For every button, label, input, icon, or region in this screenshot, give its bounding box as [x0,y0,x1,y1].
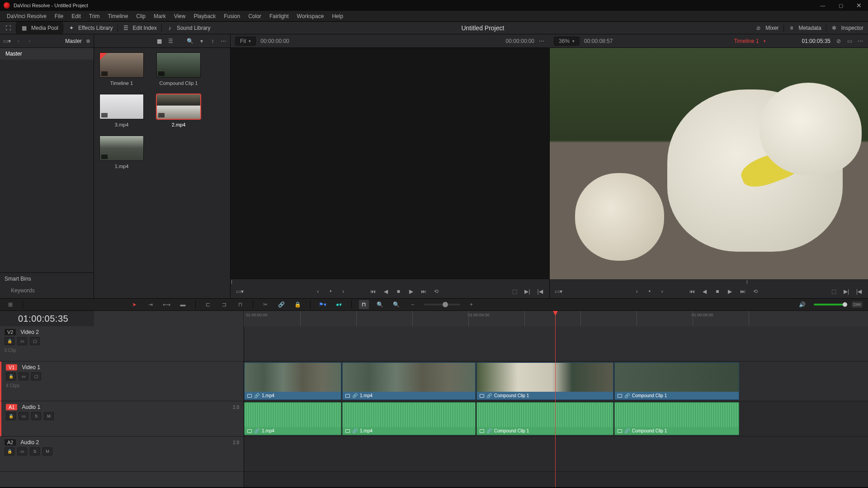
mute-toggle[interactable]: M [42,447,52,455]
menu-item[interactable]: Playback [189,13,220,19]
track-id[interactable]: A2 [5,439,16,446]
search-dropdown-icon[interactable]: ▾ [198,38,205,44]
bypass-fx-icon[interactable]: ⊘ [835,38,842,44]
disable-track-toggle[interactable]: ▢ [31,372,41,380]
tracks-area[interactable]: 🔗1.mp4 🔗1.mp4 🔗Compound Clip 1 🔗Compound… [244,326,868,487]
track-header-v1[interactable]: V1Video 1 🔒▭▢ 4 Clips [0,361,244,401]
stop-button[interactable]: ■ [713,287,722,296]
lock-toggle[interactable]: 🔒 [6,372,16,380]
disable-track-toggle[interactable]: ▢ [30,337,40,345]
fullscreen-toggle[interactable]: ⛶ [0,22,16,34]
inspector-toggle[interactable]: ✲Inspector [826,22,868,34]
track-lane-a2[interactable] [244,436,868,472]
prev-frame-button[interactable]: ◀ [381,287,390,296]
audio-clip[interactable]: 🔗1.mp4 [342,402,476,435]
volume-slider[interactable] [814,304,845,305]
overlay-mode-icon[interactable]: ⬚ [829,287,838,296]
lock-toggle[interactable]: 🔒 [6,412,16,420]
zoom-slider[interactable] [424,304,460,305]
loop-button[interactable]: ⟲ [751,287,760,296]
metadata-toggle[interactable]: ≡Metadata [784,22,826,34]
nav-back[interactable]: ‹ [15,38,22,44]
menu-item[interactable]: Mark [150,13,170,19]
menu-item[interactable]: Workspace [293,13,328,19]
bin-path[interactable]: Master [65,38,82,44]
play-button[interactable]: ▶ [406,287,415,296]
prev-frame-button[interactable]: ◀ [700,287,709,296]
jog-back-icon[interactable]: ‹ [313,287,322,296]
mute-toggle[interactable]: M [44,412,54,420]
clip-thumb[interactable] [156,52,201,78]
clip-thumb[interactable] [99,52,144,78]
clip-item[interactable]: 2.mp4 [156,94,201,127]
loop-button[interactable]: ⟲ [432,287,441,296]
stop-button[interactable]: ■ [394,287,403,296]
replace-clip-icon[interactable]: ⊓ [236,300,245,309]
playhead[interactable] [555,326,556,487]
zoom-out-icon[interactable]: − [408,300,418,309]
overlay-mode-icon[interactable]: ⬚ [510,287,519,296]
jog-back-icon[interactable]: ‹ [632,287,642,296]
menu-item[interactable]: Fairlight [265,13,293,19]
timeline-scrubber[interactable] [550,279,868,285]
fit-select[interactable]: Fit▾ [235,37,256,46]
match-frame-icon[interactable]: ▭▾ [554,287,563,296]
zoom-select[interactable]: 36%▾ [554,37,580,46]
video-clip[interactable]: 🔗Compound Clip 1 [476,362,613,400]
jog-fwd-icon[interactable]: › [339,287,348,296]
play-button[interactable]: ▶ [726,287,735,296]
clip-item[interactable]: 1.mp4 [99,136,144,169]
video-clip[interactable]: 🔗Compound Clip 1 [614,362,739,400]
go-in-icon[interactable]: ▶| [523,287,532,296]
bin-master[interactable]: Master [0,48,94,60]
track-id[interactable]: V2 [5,329,16,335]
mute-icon[interactable]: 🔊 [797,300,807,309]
blade-tool[interactable]: ▬ [178,300,188,309]
smart-bin-keywords[interactable]: Keywords [0,285,94,298]
auto-select-toggle[interactable]: ▭ [17,337,27,345]
timeline-options-icon[interactable]: ⋯ [858,38,863,44]
auto-select-toggle[interactable]: ▭ [19,372,28,380]
go-out-icon[interactable]: |◀ [854,287,863,296]
clip-thumb[interactable] [99,136,144,161]
last-frame-button[interactable]: ⏭ [419,287,428,296]
media-pool-toggle[interactable]: ▦Media Pool [16,22,63,34]
menu-item[interactable]: Color [244,13,265,19]
list-view-icon[interactable]: ☰ [167,38,174,44]
menu-item[interactable]: Trim [85,13,104,19]
last-frame-button[interactable]: ⏭ [738,287,747,296]
trim-tool[interactable]: ⇥ [146,300,156,309]
bin-view-icon[interactable]: ▭▾ [4,38,10,44]
track-header-v2[interactable]: V2Video 2 🔒▭▢ 0 Clip [0,326,244,361]
auto-select-toggle[interactable]: ▭ [17,447,27,455]
edit-index-toggle[interactable]: ☰Edit Index [118,22,161,34]
minimize-button[interactable]: — [814,0,832,11]
source-video[interactable] [231,48,549,279]
clip-thumb[interactable] [156,94,201,119]
track-lane-v1[interactable]: 🔗1.mp4 🔗1.mp4 🔗Compound Clip 1 🔗Compound… [244,361,868,401]
track-name[interactable]: Audio 1 [22,404,40,410]
thumb-view-icon[interactable]: ▦ [156,38,163,44]
solo-toggle[interactable]: S [31,412,41,420]
menu-item[interactable]: Help [328,13,347,19]
track-name[interactable]: Video 1 [22,364,40,371]
video-clip[interactable]: 🔗1.mp4 [342,362,476,400]
link-icon[interactable]: 🔗 [277,300,287,309]
menu-item[interactable]: Fusion [220,13,244,19]
zoom-in-icon[interactable]: + [467,300,476,309]
detail-zoom-icon[interactable]: 🔍 [392,300,401,309]
menu-item[interactable]: View [170,13,190,19]
full-extent-zoom-icon[interactable]: 🔍 [375,300,385,309]
lock-toggle[interactable]: 🔒 [5,337,14,345]
match-frame-icon[interactable]: ▭▾ [235,287,244,296]
track-lane-a1[interactable]: 🔗1.mp4 🔗1.mp4 🔗Compound Clip 1 🔗Compound… [244,401,868,436]
menu-item[interactable]: File [51,13,67,19]
snap-toggle[interactable]: ⊓ [359,300,369,309]
clip-item[interactable]: Timeline 1 [99,52,144,86]
insert-clip-icon[interactable]: ⊏ [203,300,213,309]
track-name[interactable]: Video 2 [20,329,38,335]
track-id[interactable]: A1 [6,404,17,410]
dynamic-trim-tool[interactable]: ⟷ [162,300,172,309]
source-scrubber[interactable] [231,279,549,285]
track-header-a2[interactable]: 2.0 A2Audio 2 🔒▭SM [0,436,244,472]
